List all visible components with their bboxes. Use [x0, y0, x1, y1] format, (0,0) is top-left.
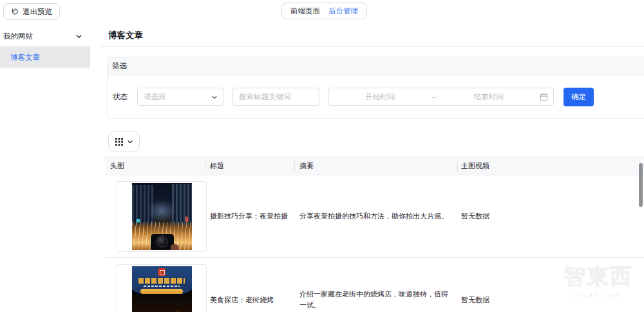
- end-date-input[interactable]: [438, 89, 540, 104]
- grid-icon: [115, 138, 123, 146]
- night-city-camera-image: [132, 183, 192, 250]
- article-thumbnail[interactable]: [117, 181, 207, 252]
- keyword-search-input[interactable]: [232, 88, 319, 106]
- column-header-thumbnail: 头图: [105, 157, 205, 175]
- chevron-down-icon: [127, 139, 133, 145]
- topbar: 退出预览 前端页面 后台管理: [0, 0, 644, 26]
- article-video-status: 暂无数据: [457, 295, 644, 306]
- bbq-poster-image: [132, 266, 192, 312]
- article-summary: 介绍一家藏在老街中的烧烤店，味道独特，值得一试。: [294, 289, 457, 311]
- column-header-video: 主图视频: [457, 157, 644, 175]
- page-title: 博客文章: [108, 30, 143, 41]
- filter-form: 状态 请选择 –: [108, 75, 644, 118]
- exit-preview-label: 退出预览: [23, 7, 52, 17]
- sidebar-group-my-website[interactable]: 我的网站: [0, 26, 90, 47]
- column-header-summary: 摘要: [294, 157, 457, 175]
- chevron-down-icon: [75, 33, 82, 40]
- start-date-input[interactable]: [329, 89, 431, 104]
- title-divider: [100, 46, 644, 47]
- sidebar-item-blog-articles[interactable]: 博客文章: [0, 47, 90, 68]
- sidebar: 我的网站 博客文章: [0, 26, 90, 312]
- calendar-icon[interactable]: [540, 93, 548, 101]
- vertical-scrollbar-thumb[interactable]: [639, 163, 643, 207]
- article-video-status: 暂无数据: [457, 211, 644, 222]
- date-range-picker[interactable]: –: [328, 88, 554, 106]
- filter-panel-title: 筛选: [108, 57, 644, 75]
- undo-icon: [11, 8, 19, 15]
- view-mode-toggle-button[interactable]: [108, 132, 140, 151]
- status-select-value: 请选择: [144, 92, 166, 102]
- table-row: 摄影技巧分享：夜景拍摄 分享夜景拍摄的技巧和方法，助你拍出大片感。 暂无数据: [105, 175, 644, 258]
- tab-backend-admin[interactable]: 后台管理: [328, 6, 358, 16]
- table-header: 头图 标题 摘要 主图视频: [105, 157, 644, 175]
- chevron-down-icon: [211, 94, 218, 101]
- article-summary: 分享夜景拍摄的技巧和方法，助你拍出大片感。: [294, 211, 457, 222]
- article-title: 美食探店：老街烧烤: [205, 295, 294, 306]
- column-header-title: 标题: [205, 157, 294, 175]
- page-mode-switcher: 前端页面 后台管理: [281, 3, 367, 19]
- sidebar-group-label: 我的网站: [3, 32, 33, 41]
- confirm-button[interactable]: 确定: [564, 88, 594, 106]
- articles-table: 头图 标题 摘要 主图视频: [105, 157, 644, 312]
- article-title: 摄影技巧分享：夜景拍摄: [205, 211, 294, 222]
- sidebar-item-label: 博客文章: [10, 53, 40, 63]
- tab-frontend-page[interactable]: 前端页面: [290, 6, 320, 16]
- exit-preview-button[interactable]: 退出预览: [3, 3, 60, 20]
- table-row: 美食探店：老街烧烤 介绍一家藏在老街中的烧烤店，味道独特，值得一试。 暂无数据: [105, 258, 644, 312]
- filter-panel: 筛选 状态 请选择 –: [107, 57, 644, 119]
- status-select[interactable]: 请选择: [137, 88, 223, 106]
- status-field-label: 状态: [113, 92, 128, 102]
- article-thumbnail[interactable]: [117, 264, 207, 312]
- app-window: 退出预览 前端页面 后台管理 我的网站 博客文章 博客文章 筛选 状态 请选择: [0, 0, 644, 312]
- date-range-separator: –: [431, 93, 437, 101]
